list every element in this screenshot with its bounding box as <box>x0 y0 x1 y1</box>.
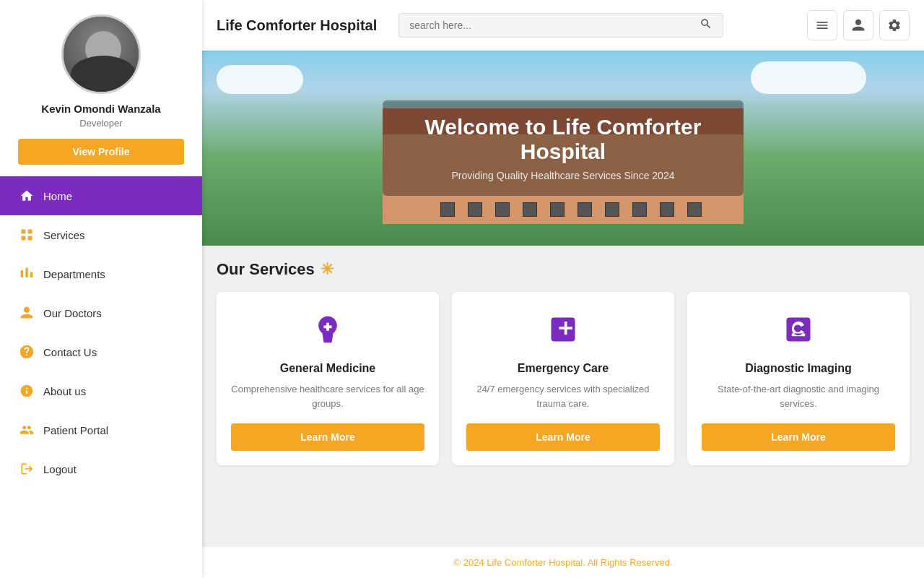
emergency-care-icon <box>547 314 579 352</box>
sidebar-item-departments[interactable]: Departments <box>0 254 202 293</box>
header: Life Comforter Hospital <box>202 0 924 51</box>
sidebar-item-contact-us-label: Contact Us <box>43 346 97 358</box>
departments-icon <box>19 266 35 282</box>
sidebar-item-services-label: Services <box>43 229 85 241</box>
service-name-1: Emergency Care <box>518 362 609 375</box>
services-heading: Our Services ✳ <box>217 260 910 279</box>
nav-menu: Home Services Departments Our Doctors Co… <box>0 176 202 488</box>
service-desc-1: 24/7 emergency services with specialized… <box>466 382 660 410</box>
sidebar-item-departments-label: Departments <box>43 268 105 280</box>
learn-more-button-0[interactable]: Learn More <box>231 423 424 451</box>
menu-button[interactable] <box>807 10 837 40</box>
header-actions <box>807 10 910 40</box>
main-content: Life Comforter Hospital <box>202 0 924 578</box>
svg-rect-1 <box>28 230 32 234</box>
general-medicine-icon <box>312 314 344 352</box>
svg-rect-2 <box>22 236 26 241</box>
diagnostic-imaging-icon <box>783 314 814 352</box>
sidebar-item-our-doctors-label: Our Doctors <box>43 307 102 319</box>
service-desc-2: State-of-the-art diagnostic and imaging … <box>702 382 895 410</box>
building-windows <box>440 202 709 217</box>
search-container <box>398 13 723 38</box>
logout-icon <box>19 461 35 477</box>
header-title: Life Comforter Hospital <box>217 17 377 34</box>
learn-more-button-1[interactable]: Learn More <box>466 423 660 451</box>
footer: © 2024 Life Comforter Hospital. All Righ… <box>202 546 924 578</box>
sidebar-item-services[interactable]: Services <box>0 215 202 254</box>
home-icon <box>19 188 35 204</box>
services-heading-icon: ✳ <box>321 260 334 279</box>
service-desc-0: Comprehensive healthcare services for al… <box>231 382 424 410</box>
service-name-2: Diagnostic Imaging <box>745 362 852 375</box>
our-doctors-icon <box>19 305 35 321</box>
service-card-emergency-care: Emergency Care 24/7 emergency services w… <box>452 292 674 465</box>
user-role: Developer <box>79 118 122 129</box>
user-button[interactable] <box>843 10 873 40</box>
services-grid: General Medicine Comprehensive healthcar… <box>217 292 910 465</box>
learn-more-button-2[interactable]: Learn More <box>702 423 895 451</box>
search-button[interactable] <box>697 14 715 37</box>
svg-rect-3 <box>28 236 32 241</box>
service-name-0: General Medicine <box>280 362 376 375</box>
hero-overlay: Welcome to Life Comforter Hospital Provi… <box>383 100 744 196</box>
hero-subtitle: Providing Quality Healthcare Services Si… <box>411 170 715 181</box>
search-input[interactable] <box>406 14 697 37</box>
settings-button[interactable] <box>879 10 910 40</box>
service-card-general-medicine: General Medicine Comprehensive healthcar… <box>217 292 439 465</box>
services-icon <box>19 227 35 243</box>
hero-title: Welcome to Life Comforter Hospital <box>411 115 715 164</box>
sidebar: Kevin Omondi Wanzala Developer View Prof… <box>0 0 202 578</box>
patient-portal-icon <box>19 422 35 438</box>
services-section: Our Services ✳ General Medicine Comprehe… <box>202 246 924 546</box>
sidebar-item-logout-label: Logout <box>43 463 77 475</box>
sidebar-item-our-doctors[interactable]: Our Doctors <box>0 293 202 332</box>
hero-cloud-2 <box>751 61 866 94</box>
sidebar-item-home-label: Home <box>43 190 72 202</box>
svg-rect-0 <box>22 230 26 234</box>
service-card-diagnostic-imaging: Diagnostic Imaging State-of-the-art diag… <box>687 292 910 465</box>
sidebar-item-home[interactable]: Home <box>0 176 202 215</box>
view-profile-button[interactable]: View Profile <box>18 139 184 165</box>
sidebar-item-logout[interactable]: Logout <box>0 449 202 488</box>
sidebar-item-patient-portal[interactable]: Patient Portal <box>0 410 202 449</box>
sidebar-item-about-us[interactable]: About us <box>0 371 202 410</box>
sidebar-item-contact-us[interactable]: Contact Us <box>0 332 202 371</box>
footer-text: © 2024 Life Comforter Hospital. All Righ… <box>454 557 673 568</box>
contact-us-icon <box>19 344 35 360</box>
hero-cloud-1 <box>217 65 303 94</box>
avatar <box>61 14 141 94</box>
sidebar-item-about-us-label: About us <box>43 385 86 397</box>
about-us-icon <box>19 383 35 399</box>
sidebar-item-patient-portal-label: Patient Portal <box>43 424 108 436</box>
hero-section: Welcome to Life Comforter Hospital Provi… <box>202 51 924 246</box>
user-name: Kevin Omondi Wanzala <box>41 103 160 115</box>
